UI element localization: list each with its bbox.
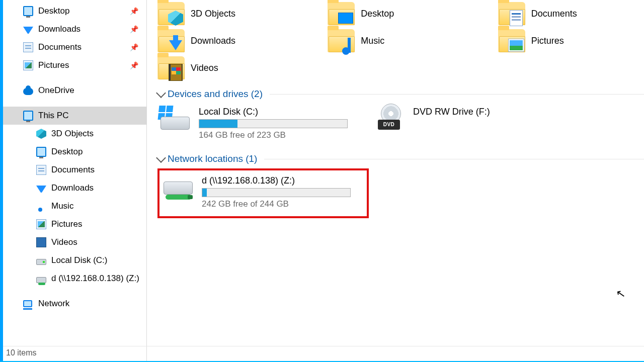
folder-label: Documents — [531, 9, 577, 19]
nav-downloads-child[interactable]: Downloads — [3, 179, 146, 197]
network-drive-z[interactable]: d (\\192.168.0.138) (Z:) 242 GB free of … — [157, 168, 369, 218]
capacity-bar — [199, 119, 348, 128]
document-icon — [36, 165, 46, 175]
nav-label: Local Disk (C:) — [51, 255, 107, 265]
nav-label: Pictures — [38, 60, 69, 70]
nav-documents[interactable]: Documents 📌 — [3, 38, 146, 56]
drive-free-text: 164 GB free of 223 GB — [199, 130, 348, 140]
nav-label: This PC — [38, 111, 68, 121]
nav-label: Network — [38, 299, 69, 309]
content-pane: 3D Objects Desktop Documents Downloads M… — [147, 0, 644, 346]
nav-label: OneDrive — [38, 85, 74, 96]
chevron-down-icon — [156, 88, 166, 98]
nav-label: Downloads — [51, 183, 94, 193]
drive-name: Local Disk (C:) — [199, 107, 348, 117]
group-header-network[interactable]: Network locations (1) — [157, 153, 644, 164]
folder-downloads[interactable]: Downloads — [157, 29, 303, 52]
nav-desktop-child[interactable]: Desktop — [3, 143, 146, 161]
folder-videos[interactable]: Videos — [157, 56, 339, 79]
folder-label: Downloads — [191, 36, 235, 46]
pin-icon: 📌 — [130, 7, 138, 15]
nav-label: Music — [51, 201, 73, 211]
nav-this-pc[interactable]: This PC — [3, 107, 146, 125]
document-icon — [510, 10, 523, 26]
hard-drive-icon — [160, 107, 192, 130]
pin-icon: 📌 — [130, 25, 138, 33]
folder-label: Music — [361, 36, 384, 46]
folder-label: Pictures — [531, 36, 564, 46]
nav-downloads[interactable]: Downloads 📌 — [3, 20, 146, 38]
download-icon — [169, 40, 182, 50]
folder-documents[interactable]: Documents — [498, 2, 644, 25]
nav-label: d (\\192.168.0.138) (Z:) — [51, 274, 139, 284]
pin-icon: 📌 — [130, 61, 138, 69]
nav-3d-objects[interactable]: 3D Objects — [3, 125, 146, 143]
video-icon — [36, 237, 46, 247]
folder-label: 3D Objects — [191, 9, 235, 19]
item-count: 10 items — [6, 348, 36, 357]
folder-icon — [328, 29, 355, 52]
folder-label: Desktop — [361, 9, 394, 19]
cloud-icon — [23, 88, 33, 95]
drive-dvd-rw-f[interactable]: DVD DVD RW Drive (F:) — [372, 104, 494, 144]
nav-label: Documents — [38, 42, 82, 52]
nav-label: Videos — [51, 237, 77, 247]
group-header-devices[interactable]: Devices and drives (2) — [157, 88, 644, 100]
navigation-pane: Desktop 📌 Downloads 📌 Documents 📌 Pictur… — [3, 0, 147, 362]
nav-label: Pictures — [51, 219, 82, 229]
picture-icon — [508, 39, 524, 52]
drive-name: DVD RW Drive (F:) — [413, 107, 490, 117]
dvd-drive-icon: DVD — [375, 107, 406, 130]
nav-label: Desktop — [51, 147, 83, 157]
nav-desktop[interactable]: Desktop 📌 — [3, 2, 146, 20]
nav-videos-child[interactable]: Videos — [3, 233, 146, 251]
monitor-icon — [23, 6, 33, 16]
folder-desktop[interactable]: Desktop — [328, 2, 473, 25]
folder-icon — [157, 56, 185, 79]
nav-documents-child[interactable]: Documents — [3, 161, 146, 179]
nav-label: Documents — [51, 165, 95, 175]
nav-network-drive-z[interactable]: d (\\192.168.0.138) (Z:) — [3, 269, 146, 288]
folder-icon — [157, 29, 185, 52]
folder-music[interactable]: Music — [328, 29, 473, 52]
folder-3d-objects[interactable]: 3D Objects — [157, 2, 303, 25]
group-title: Network locations (1) — [168, 153, 257, 164]
folder-icon — [157, 2, 185, 25]
drive-name: d (\\192.168.0.138) (Z:) — [202, 175, 351, 186]
nav-label: 3D Objects — [51, 129, 94, 139]
folder-label: Videos — [191, 63, 218, 73]
chevron-down-icon — [156, 153, 166, 163]
cube-icon — [36, 129, 46, 139]
monitor-icon — [36, 147, 46, 157]
folder-icon — [498, 29, 525, 52]
pin-icon: 📌 — [130, 43, 138, 51]
group-title: Devices and drives (2) — [168, 88, 263, 100]
mouse-cursor-icon: ↖ — [615, 287, 626, 302]
drive-free-text: 242 GB free of 244 GB — [202, 199, 351, 209]
status-bar: 10 items — [3, 346, 644, 362]
network-drive-icon — [36, 277, 46, 283]
nav-music-child[interactable]: Music — [3, 197, 146, 215]
capacity-bar — [202, 188, 351, 197]
nav-onedrive[interactable]: OneDrive — [3, 81, 146, 100]
network-drive-icon — [164, 175, 195, 199]
video-icon — [169, 64, 183, 81]
music-icon — [348, 38, 351, 53]
pc-icon — [23, 111, 33, 121]
folder-pictures[interactable]: Pictures — [498, 29, 644, 52]
separator — [270, 94, 644, 95]
nav-network[interactable]: Network — [3, 295, 146, 313]
picture-icon — [23, 60, 33, 70]
cube-icon — [168, 11, 183, 26]
desktop-icon — [338, 13, 353, 24]
nav-local-disk-c[interactable]: Local Disk (C:) — [3, 251, 146, 269]
nav-pictures[interactable]: Pictures 📌 — [3, 56, 146, 74]
picture-icon — [36, 219, 46, 229]
folder-icon — [328, 2, 355, 25]
download-icon — [36, 186, 46, 193]
drive-local-disk-c[interactable]: Local Disk (C:) 164 GB free of 223 GB — [157, 104, 352, 144]
nav-pictures-child[interactable]: Pictures — [3, 215, 146, 233]
nav-label: Desktop — [38, 6, 69, 16]
download-icon — [23, 27, 33, 34]
network-icon — [23, 300, 33, 308]
